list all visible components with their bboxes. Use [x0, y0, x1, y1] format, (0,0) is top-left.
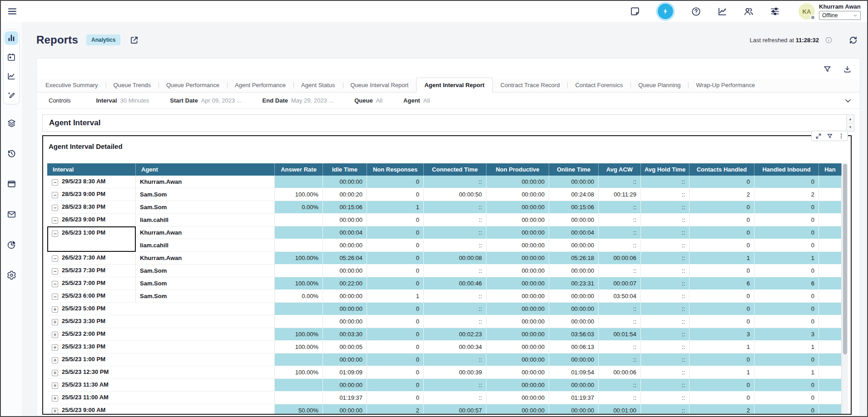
info-icon[interactable]: [825, 36, 833, 44]
expand-row-icon[interactable]: +: [52, 306, 58, 313]
filter-icon[interactable]: [823, 64, 832, 74]
sidebar-item-calendar[interactable]: [5, 50, 18, 64]
value-cell[interactable]: 00:00:00: [549, 239, 599, 252]
value-cell[interactable]: 0.00%: [275, 201, 323, 214]
collapse-row-icon[interactable]: −: [52, 192, 58, 198]
value-cell[interactable]: 00:00:46: [424, 277, 486, 290]
value-cell[interactable]: 00:00:00: [486, 328, 549, 341]
tab-contract-trace-record[interactable]: Contract Trace Record: [493, 78, 568, 92]
value-cell[interactable]: ::: [641, 176, 689, 188]
expand-row-icon[interactable]: +: [52, 383, 58, 389]
value-cell[interactable]: 0: [689, 290, 754, 303]
value-cell[interactable]: 00:00:00: [549, 353, 599, 366]
value-cell[interactable]: 0: [754, 201, 819, 214]
agent-cell[interactable]: Khurram.Awan: [136, 176, 275, 188]
interval-cell[interactable]: −28/5/23 9:00 PM: [47, 188, 136, 201]
value-cell[interactable]: 3: [689, 328, 754, 341]
value-cell[interactable]: 00:22:00: [323, 277, 367, 290]
value-cell[interactable]: ::: [424, 290, 486, 303]
value-cell[interactable]: 00:00:00: [486, 392, 549, 404]
tab-queue-trends[interactable]: Queue Trends: [106, 78, 159, 92]
tab-queue-performance[interactable]: Queue Performance: [159, 78, 227, 92]
value-cell[interactable]: ::: [599, 265, 641, 277]
value-cell[interactable]: 0: [689, 226, 754, 239]
agent-cell[interactable]: liam.cahill: [136, 239, 275, 252]
value-cell[interactable]: 00:00:34: [424, 341, 486, 353]
value-cell[interactable]: ::: [599, 353, 641, 366]
column-header-idle-time[interactable]: Idle Time: [323, 163, 367, 176]
value-cell[interactable]: ::: [599, 226, 641, 239]
help-icon[interactable]: [690, 6, 701, 17]
value-cell[interactable]: 00:15:06: [323, 201, 367, 214]
value-cell[interactable]: 00:00:00: [549, 315, 599, 328]
value-cell[interactable]: 0: [754, 353, 819, 366]
value-cell[interactable]: 00:00:00: [323, 303, 367, 315]
collapse-row-icon[interactable]: −: [52, 205, 58, 211]
expand-icon[interactable]: [815, 132, 822, 139]
value-cell[interactable]: [275, 226, 323, 239]
value-cell[interactable]: 1: [754, 366, 819, 379]
value-cell[interactable]: 00:00:00: [486, 252, 549, 265]
value-cell[interactable]: 1: [367, 290, 424, 303]
sidebar-item-line-chart[interactable]: [5, 69, 18, 83]
value-cell[interactable]: ::: [424, 353, 486, 366]
collapse-row-icon[interactable]: −: [52, 281, 58, 287]
value-cell[interactable]: 0: [367, 214, 424, 226]
value-cell[interactable]: [275, 239, 323, 252]
value-cell[interactable]: 00:00:00: [486, 379, 549, 392]
collapse-row-icon[interactable]: −: [52, 268, 58, 275]
collapse-row-icon[interactable]: −: [52, 231, 58, 237]
sidebar-item-pie-chart[interactable]: [5, 238, 18, 251]
analytics-line-icon[interactable]: [717, 6, 728, 17]
value-cell[interactable]: ::: [599, 176, 641, 188]
value-cell[interactable]: 00:02:23: [424, 328, 486, 341]
status-select[interactable]: Offline: [819, 11, 861, 20]
value-cell[interactable]: ::: [424, 176, 486, 188]
value-cell[interactable]: ::: [641, 341, 689, 353]
value-cell[interactable]: 100.00%: [275, 188, 323, 201]
note-icon[interactable]: [630, 6, 640, 17]
interval-cell[interactable]: −25/5/23 7:30 PM: [47, 265, 136, 277]
value-cell[interactable]: 0: [754, 392, 819, 404]
scrollbar-thumb[interactable]: [843, 164, 847, 354]
value-cell[interactable]: ::: [641, 290, 689, 303]
tab-agent-interval-report[interactable]: Agent Interval Report: [416, 78, 492, 93]
value-cell[interactable]: [275, 303, 323, 315]
collapse-row-icon[interactable]: −: [52, 179, 58, 186]
column-header-connected-time[interactable]: Connected Time: [424, 163, 486, 176]
value-cell[interactable]: 00:00:00: [323, 265, 367, 277]
sidebar-item-browser-window[interactable]: [5, 177, 18, 191]
hamburger-icon[interactable]: [7, 6, 18, 17]
value-cell[interactable]: 00:00:00: [486, 366, 549, 379]
value-cell[interactable]: 00:00:00: [486, 277, 549, 290]
tab-executive-summary[interactable]: Executive Summary: [38, 78, 106, 92]
sidebar-item-bar-chart[interactable]: [5, 31, 18, 45]
value-cell[interactable]: ::: [641, 366, 689, 379]
collapse-row-icon[interactable]: −: [52, 294, 58, 300]
column-header-contacts-handled[interactable]: Contacts Handled: [689, 163, 754, 176]
value-cell[interactable]: 00:00:00: [486, 290, 549, 303]
value-cell[interactable]: 0: [367, 265, 424, 277]
column-header-avg-acw[interactable]: Avg ACW: [599, 163, 641, 176]
sidebar-item-history[interactable]: [5, 147, 18, 160]
value-cell[interactable]: 0: [754, 176, 819, 188]
value-cell[interactable]: 100.00%: [275, 328, 323, 341]
value-cell[interactable]: 00:00:00: [549, 265, 599, 277]
value-cell[interactable]: ::: [424, 201, 486, 214]
avatar[interactable]: KA: [799, 3, 815, 20]
value-cell[interactable]: 00:00:57: [424, 404, 486, 414]
control-agent[interactable]: AgentAll: [403, 97, 430, 104]
value-cell[interactable]: 00:00:00: [549, 379, 599, 392]
control-start-date[interactable]: Start DateApr 09, 2023 ...: [170, 97, 241, 104]
value-cell[interactable]: [275, 214, 323, 226]
quick-actions-flash-icon[interactable]: [656, 2, 675, 21]
value-cell[interactable]: 00:00:00: [323, 290, 367, 303]
value-cell[interactable]: 00:24:08: [549, 188, 599, 201]
value-cell[interactable]: 0: [367, 239, 424, 252]
interval-cell[interactable]: +25/5/23 5:00 PM: [47, 303, 275, 315]
value-cell[interactable]: 00:11:29: [599, 188, 641, 201]
collapse-row-icon[interactable]: −: [52, 255, 58, 262]
column-header-online-time[interactable]: Online Time: [549, 163, 599, 176]
value-cell[interactable]: 0: [367, 379, 424, 392]
value-cell[interactable]: 00:06:13: [549, 341, 599, 353]
